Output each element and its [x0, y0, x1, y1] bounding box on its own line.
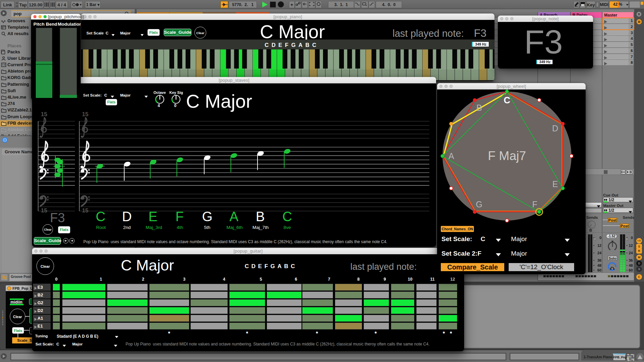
svg-text:15: 15	[82, 111, 88, 118]
svg-text:A: A	[449, 151, 454, 161]
svg-text:G: G	[476, 200, 482, 209]
svg-text:B: B	[476, 103, 482, 112]
svg-text:D: D	[552, 124, 558, 133]
svg-text:F Maj7: F Maj7	[488, 149, 526, 163]
svg-text:15: 15	[41, 207, 47, 214]
svg-text:15: 15	[82, 207, 88, 214]
svg-text:E: E	[553, 179, 558, 189]
svg-text:F: F	[532, 200, 537, 209]
svg-text:15: 15	[41, 111, 47, 118]
svg-text:C: C	[504, 95, 510, 105]
